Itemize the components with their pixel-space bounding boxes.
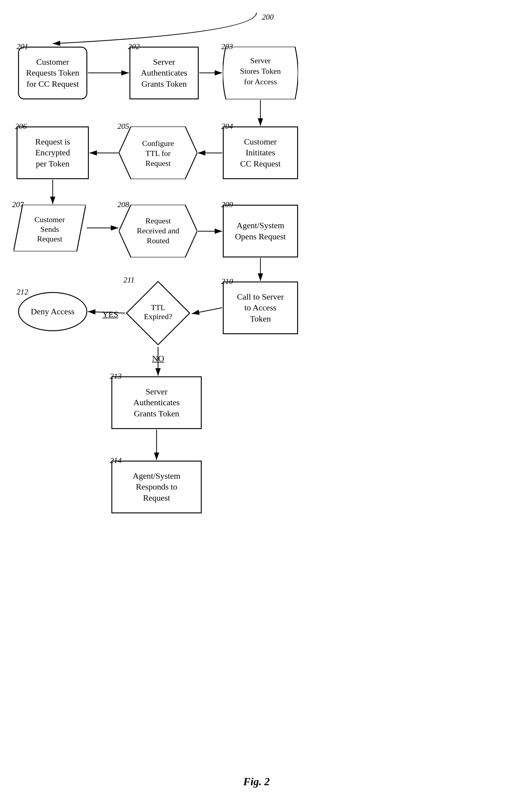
node-209-text: Agent/SystemOpens Request: [235, 220, 286, 242]
label-206: 206: [15, 122, 27, 131]
label-212: 212: [17, 288, 28, 296]
label-202: 202: [128, 42, 140, 51]
node-202-text: ServerAuthenticatesGrants Token: [141, 57, 187, 89]
svg-text:Configure: Configure: [142, 139, 174, 148]
label-203: 203: [221, 42, 233, 51]
node-211: TTL Expired?: [125, 280, 191, 346]
svg-text:Received and: Received and: [137, 226, 179, 235]
svg-line-28: [192, 308, 222, 314]
svg-text:Request: Request: [37, 235, 63, 243]
node-202: ServerAuthenticatesGrants Token: [130, 47, 199, 99]
svg-text:Sends: Sends: [40, 225, 59, 234]
node-212-text: Deny Access: [31, 306, 74, 317]
svg-text:TTL for: TTL for: [145, 149, 171, 158]
svg-text:for Access: for Access: [244, 77, 277, 86]
label-210: 210: [221, 277, 233, 286]
node-207: Customer Sends Request: [13, 205, 86, 252]
node-204-text: CustomerInititatesCC Request: [240, 136, 281, 169]
node-205: Configure TTL for Request: [119, 126, 197, 179]
node-214: Agent/SystemResponds toRequest: [111, 461, 202, 513]
yes-label: YES: [102, 310, 118, 319]
label-211: 211: [123, 276, 135, 285]
node-206: Request isEncryptedper Token: [17, 126, 89, 179]
label-201: 201: [17, 42, 28, 51]
label-200: 200: [262, 12, 274, 22]
node-208: Request Received and Routed: [119, 205, 197, 257]
arrows-svg: [0, 0, 513, 812]
label-207: 207: [12, 200, 24, 209]
node-203: Server Stores Token for Access: [223, 47, 298, 99]
label-213: 213: [110, 372, 122, 381]
figure-caption: Fig. 2: [0, 775, 513, 788]
label-204: 204: [221, 122, 233, 131]
svg-text:TTL: TTL: [151, 303, 165, 312]
node-213: ServerAuthenticatesGrants Token: [111, 376, 202, 429]
svg-text:Stores Token: Stores Token: [240, 67, 281, 76]
svg-text:Expired?: Expired?: [144, 312, 172, 321]
node-213-text: ServerAuthenticatesGrants Token: [133, 386, 180, 419]
diagram-container: 200 CustomerRequests Tokenfor CC Request…: [0, 0, 513, 812]
label-208: 208: [117, 200, 129, 209]
label-209: 209: [221, 200, 233, 209]
svg-text:Routed: Routed: [147, 236, 169, 245]
label-205: 205: [117, 122, 129, 131]
svg-text:Request: Request: [145, 159, 171, 168]
node-210-text: Call to Serverto AccessToken: [237, 291, 284, 324]
node-204: CustomerInititatesCC Request: [223, 126, 298, 179]
label-214: 214: [110, 456, 122, 465]
svg-text:Request: Request: [145, 216, 171, 225]
node-210: Call to Serverto AccessToken: [223, 282, 298, 334]
node-214-text: Agent/SystemResponds toRequest: [133, 471, 181, 503]
no-label: NO: [152, 354, 164, 364]
node-209: Agent/SystemOpens Request: [223, 205, 298, 257]
svg-text:Server: Server: [250, 56, 270, 65]
node-201-text: CustomerRequests Tokenfor CC Request: [26, 57, 79, 89]
node-201: CustomerRequests Tokenfor CC Request: [18, 47, 87, 99]
node-212: Deny Access: [18, 292, 87, 331]
node-206-text: Request isEncryptedper Token: [35, 136, 70, 169]
svg-text:Customer: Customer: [34, 215, 65, 224]
